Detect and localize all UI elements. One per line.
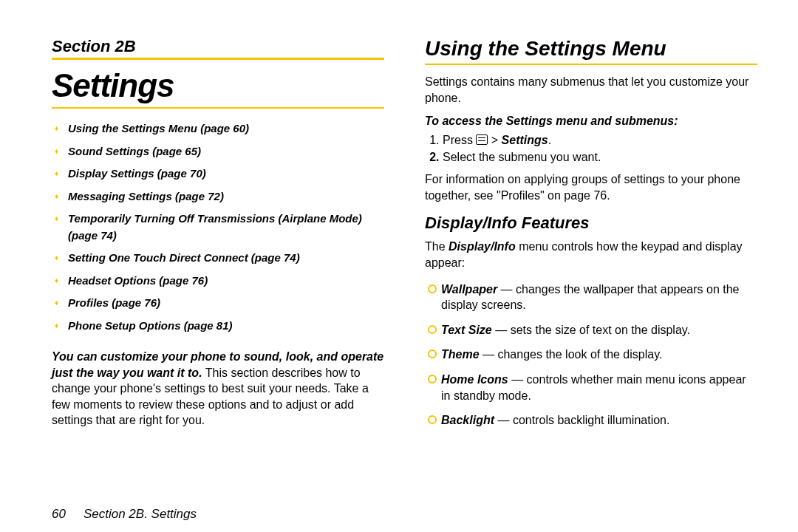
toc-item: Phone Setup Options (page 81) <box>52 315 384 338</box>
feature-item: Home Icons — controls whether main menu … <box>425 367 757 408</box>
feature-list: Wallpaper — changes the wallpaper that a… <box>425 277 757 433</box>
toc-list: Using the Settings Menu (page 60) Sound … <box>52 117 384 337</box>
page-title: Settings <box>52 67 384 104</box>
feature-name: Wallpaper <box>441 283 497 296</box>
step-1-menu: Settings <box>502 134 548 146</box>
step-2-text: Select the submenu you want. <box>443 151 601 163</box>
left-column: Section 2B Settings Using the Settings M… <box>52 37 384 498</box>
feature-item: Theme — changes the look of the display. <box>425 342 757 367</box>
heading-rule <box>425 64 757 65</box>
heading-using-settings-menu: Using the Settings Menu <box>425 37 757 61</box>
step-1: Press > Settings. <box>443 134 757 147</box>
intro-paragraph: You can customize your phone to sound, l… <box>52 349 384 429</box>
settings-intro: Settings contains many submenus that let… <box>425 74 757 106</box>
instruction-label: To access the Settings menu and submenus… <box>425 115 757 128</box>
manual-page: Section 2B Settings Using the Settings M… <box>0 0 798 532</box>
heading-display-info: Display/Info Features <box>425 214 757 233</box>
toc-item: Setting One Touch Direct Connect (page 7… <box>52 247 384 270</box>
feature-desc: — sets the size of text on the display. <box>492 324 690 336</box>
step-1-gt: > <box>488 134 501 146</box>
display-info-prefix: The <box>425 240 449 253</box>
step-1-prefix: Press <box>443 134 476 146</box>
right-column: Using the Settings Menu Settings contain… <box>425 37 757 498</box>
toc-item: Using the Settings Menu (page 60) <box>52 117 384 140</box>
feature-item: Backlight — controls backlight illuminat… <box>425 408 757 433</box>
feature-name: Backlight <box>441 414 494 426</box>
feature-item: Wallpaper — changes the wallpaper that a… <box>425 277 757 318</box>
display-info-intro: The Display/Info menu controls how the k… <box>425 239 757 270</box>
feature-name: Text Size <box>441 324 492 336</box>
display-info-term: Display/Info <box>449 240 516 253</box>
toc-item: Display Settings (page 70) <box>52 163 384 185</box>
page-footer: 60Section 2B. Settings <box>52 498 757 525</box>
title-rule <box>52 107 384 109</box>
feature-item: Text Size — sets the size of text on the… <box>425 318 757 343</box>
toc-item: Sound Settings (page 65) <box>52 140 384 163</box>
feature-name: Theme <box>441 348 480 361</box>
toc-item: Headset Options (page 76) <box>52 270 384 293</box>
feature-name: Home Icons <box>441 373 508 386</box>
section-label: Section 2B <box>52 37 384 56</box>
toc-item: Temporarily Turning Off Transmissions (A… <box>52 208 384 247</box>
step-2: Select the submenu you want. <box>443 151 757 164</box>
section-rule <box>52 58 384 60</box>
step-1-period: . <box>548 134 551 146</box>
menu-key-icon <box>476 134 488 145</box>
toc-item: Messaging Settings (page 72) <box>52 185 384 208</box>
page-number: 60 <box>52 507 66 521</box>
feature-desc: — controls backlight illumination. <box>494 414 669 426</box>
steps-list: Press > Settings. Select the submenu you… <box>425 134 757 164</box>
toc-item: Profiles (page 76) <box>52 292 384 315</box>
feature-desc: — changes the look of the display. <box>480 348 663 361</box>
profiles-note: For information on applying groups of se… <box>425 171 757 203</box>
footer-text: Section 2B. Settings <box>83 507 197 521</box>
two-column-layout: Section 2B Settings Using the Settings M… <box>52 37 757 498</box>
